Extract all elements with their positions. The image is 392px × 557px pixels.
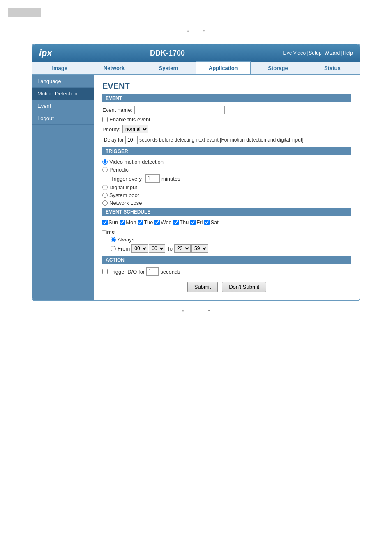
day-sun-label: Sun bbox=[108, 219, 118, 225]
day-sun: Sun bbox=[102, 219, 118, 225]
nav-live-video[interactable]: Live Video bbox=[283, 50, 306, 56]
tab-system[interactable]: System bbox=[141, 62, 196, 74]
from-hour-select[interactable]: 00010203 04050607 08091011 12131415 1617… bbox=[131, 244, 148, 253]
trigger-periodic-row: Periodic bbox=[102, 167, 351, 173]
enable-event-row: Enable this event bbox=[102, 116, 351, 123]
trigger-video-motion-row: Video motion detection bbox=[102, 159, 351, 165]
section-event-header: EVENT bbox=[102, 94, 351, 102]
event-name-row: Event name: bbox=[102, 106, 351, 114]
delay-label: Delay for bbox=[104, 137, 124, 143]
trigger-do-suffix: seconds bbox=[160, 269, 180, 275]
trigger-periodic-label: Periodic bbox=[109, 167, 129, 173]
schedule-days-row: Sun Mon Tue Wed bbox=[102, 219, 351, 225]
camera-ui: ipx DDK-1700 Live Video|Setup|Wizard|Hel… bbox=[32, 44, 360, 301]
top-note: “ ” bbox=[8, 30, 384, 35]
main-nav: Image Network System Application Storage… bbox=[32, 62, 360, 75]
day-wed-checkbox[interactable] bbox=[154, 220, 160, 225]
trigger-every-suffix: minutes bbox=[161, 176, 180, 182]
day-thu: Thu bbox=[173, 219, 189, 225]
nav-setup[interactable]: Setup bbox=[309, 50, 321, 56]
trigger-digital-row: Digital input bbox=[102, 184, 351, 190]
section-action-header: ACTION bbox=[102, 256, 351, 264]
header-nav: Live Video|Setup|Wizard|Help bbox=[283, 50, 353, 56]
day-sat: Sat bbox=[204, 219, 219, 225]
section-trigger-header: TRIGGER bbox=[102, 147, 351, 155]
day-sat-checkbox[interactable] bbox=[204, 220, 210, 225]
day-sun-checkbox[interactable] bbox=[102, 220, 108, 225]
sidebar-item-motion-detection[interactable]: Motion Detection bbox=[32, 88, 94, 100]
tab-image[interactable]: Image bbox=[32, 62, 87, 74]
day-wed-label: Wed bbox=[161, 219, 172, 225]
time-always-label: Always bbox=[118, 237, 134, 243]
day-fri: Fri bbox=[190, 219, 203, 225]
gray-placeholder bbox=[8, 8, 41, 17]
event-name-label: Event name: bbox=[102, 107, 132, 113]
time-from-radio[interactable] bbox=[111, 246, 116, 251]
header: ipx DDK-1700 Live Video|Setup|Wizard|Hel… bbox=[32, 44, 360, 62]
trigger-do-input[interactable] bbox=[146, 267, 159, 276]
bottom-note: “ ” bbox=[8, 309, 384, 315]
trigger-system-boot-radio[interactable] bbox=[102, 193, 108, 198]
day-mon-checkbox[interactable] bbox=[120, 220, 125, 225]
sidebar: Language Motion Detection Event Logout bbox=[32, 75, 94, 300]
trigger-do-label: Trigger D/O for bbox=[109, 269, 145, 275]
day-fri-checkbox[interactable] bbox=[190, 220, 196, 225]
day-fri-label: Fri bbox=[196, 219, 203, 225]
day-tue-checkbox[interactable] bbox=[138, 220, 143, 225]
tab-network[interactable]: Network bbox=[87, 62, 141, 74]
to-label: To bbox=[167, 246, 173, 252]
tab-status[interactable]: Status bbox=[305, 62, 360, 74]
dont-submit-button[interactable]: Don't Submit bbox=[222, 282, 266, 292]
trigger-every-row: Trigger every minutes bbox=[111, 174, 351, 183]
to-hour-select[interactable]: 00010203 04050607 08091011 12131415 1617… bbox=[174, 244, 191, 253]
delay-suffix: seconds before detecting next event [For… bbox=[139, 137, 304, 143]
trigger-video-motion-label: Video motion detection bbox=[109, 159, 164, 165]
priority-label: Priority: bbox=[102, 126, 120, 132]
day-tue: Tue bbox=[138, 219, 153, 225]
section-schedule-header: EVENT SCHEDULE bbox=[102, 208, 351, 216]
submit-button[interactable]: Submit bbox=[187, 282, 218, 292]
time-section: Time Always From 00010203 04050607 08091… bbox=[102, 229, 351, 253]
to-min-select[interactable]: 0015304559 bbox=[191, 244, 208, 253]
time-label: Time bbox=[102, 229, 351, 235]
device-name: DDK-1700 bbox=[150, 49, 185, 58]
enable-event-checkbox[interactable] bbox=[102, 117, 108, 122]
priority-row: Priority: normal high low bbox=[102, 125, 351, 133]
action-trigger-do-row: Trigger D/O for seconds bbox=[102, 267, 351, 276]
sidebar-item-language[interactable]: Language bbox=[32, 75, 94, 88]
nav-wizard[interactable]: Wizard bbox=[325, 50, 340, 56]
trigger-system-boot-label: System boot bbox=[109, 192, 139, 198]
time-always-radio[interactable] bbox=[111, 237, 116, 242]
trigger-network-lose-radio[interactable] bbox=[102, 200, 108, 206]
from-min-select[interactable]: 0015304559 bbox=[149, 244, 165, 253]
trigger-every-input[interactable] bbox=[145, 174, 160, 183]
day-thu-checkbox[interactable] bbox=[173, 220, 179, 225]
sidebar-item-logout[interactable]: Logout bbox=[32, 112, 94, 125]
trigger-video-motion-radio[interactable] bbox=[102, 159, 108, 165]
sidebar-item-event[interactable]: Event bbox=[32, 100, 94, 112]
trigger-network-lose-row: Network Lose bbox=[102, 200, 351, 206]
nav-help[interactable]: Help bbox=[343, 50, 353, 56]
trigger-network-lose-label: Network Lose bbox=[109, 200, 142, 206]
tab-application[interactable]: Application bbox=[196, 61, 251, 74]
event-name-input[interactable] bbox=[134, 106, 225, 114]
main-content: EVENT EVENT Event name: Enable this even… bbox=[94, 75, 360, 300]
trigger-digital-radio[interactable] bbox=[102, 185, 108, 190]
day-thu-label: Thu bbox=[180, 219, 189, 225]
delay-row: Delay for seconds before detecting next … bbox=[102, 136, 351, 144]
priority-select[interactable]: normal high low bbox=[122, 125, 148, 133]
trigger-system-boot-row: System boot bbox=[102, 192, 351, 198]
trigger-do-checkbox[interactable] bbox=[102, 269, 108, 274]
trigger-periodic-radio[interactable] bbox=[102, 167, 108, 172]
content-area: Language Motion Detection Event Logout E… bbox=[32, 75, 360, 300]
logo: ipx bbox=[39, 48, 52, 58]
time-from-label: From bbox=[118, 246, 130, 252]
day-mon: Mon bbox=[120, 219, 136, 225]
time-always-row: Always bbox=[111, 237, 351, 243]
page-title: EVENT bbox=[102, 81, 351, 91]
delay-input[interactable] bbox=[125, 136, 138, 144]
tab-storage[interactable]: Storage bbox=[251, 62, 305, 74]
time-from-row: From 00010203 04050607 08091011 12131415… bbox=[111, 244, 351, 253]
button-row: Submit Don't Submit bbox=[102, 282, 351, 292]
enable-event-label: Enable this event bbox=[109, 116, 150, 123]
